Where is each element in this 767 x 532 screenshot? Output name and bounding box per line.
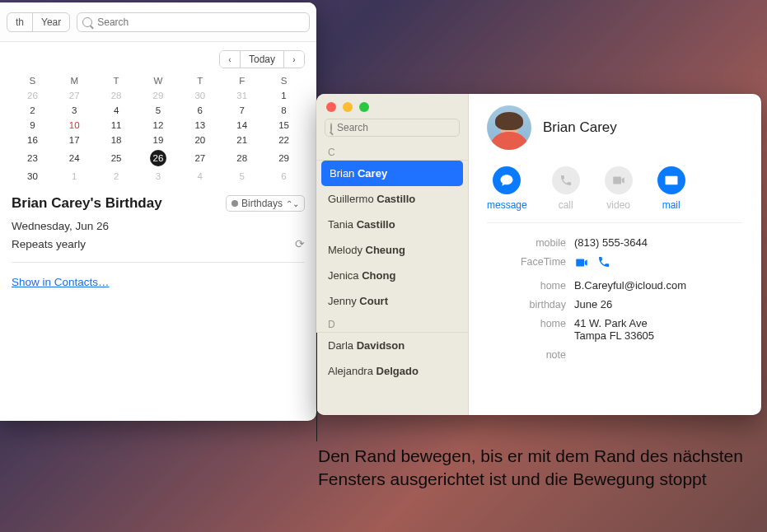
facetime-audio-icon[interactable]	[597, 255, 610, 273]
date-cell[interactable]: 18	[96, 133, 138, 147]
show-in-contacts-link[interactable]: Show in Contacts…	[12, 276, 110, 288]
date-cell[interactable]: 8	[263, 103, 305, 118]
date-cell[interactable]: 23	[12, 147, 54, 169]
date-cell[interactable]: 13	[179, 118, 221, 133]
dow-cell: S	[12, 73, 54, 88]
field-value	[574, 348, 743, 361]
date-cell[interactable]: 28	[96, 88, 138, 103]
date-cell[interactable]: 1	[54, 169, 96, 184]
date-cell[interactable]: 21	[221, 133, 263, 147]
field-value: B.Careyful@icloud.com	[574, 279, 743, 292]
mail-icon	[657, 166, 685, 194]
date-cell[interactable]: 5	[221, 169, 263, 184]
date-cell[interactable]: 2	[12, 103, 54, 118]
action-label: call	[559, 199, 573, 211]
contact-fields: mobile(813) 555-3644FaceTimehomeB.Careyf…	[487, 222, 743, 364]
date-cell[interactable]: 12	[138, 118, 180, 133]
calendar-picker[interactable]: Birthdays ⌃⌄	[226, 195, 305, 212]
field-row: homeB.Careyful@icloud.com	[487, 276, 743, 295]
date-cell[interactable]: 31	[221, 88, 263, 103]
date-cell[interactable]: 30	[179, 88, 221, 103]
contacts-search[interactable]	[325, 119, 460, 137]
date-cell[interactable]: 19	[138, 133, 180, 147]
date-cell[interactable]: 29	[263, 147, 305, 169]
date-cell[interactable]: 6	[263, 169, 305, 184]
dow-cell: W	[138, 73, 180, 88]
prev-month-button[interactable]: ‹	[220, 51, 240, 68]
view-segmented[interactable]: th Year	[7, 12, 70, 32]
date-cell[interactable]: 2	[96, 169, 138, 184]
date-cell[interactable]: 28	[221, 147, 263, 169]
contacts-search-input[interactable]	[337, 122, 461, 133]
window-controls	[316, 94, 468, 117]
contacts-list[interactable]: CBrian CareyGuillermo CastilloTania Cast…	[316, 142, 468, 415]
date-cell[interactable]: 20	[179, 133, 221, 147]
date-cell[interactable]: 3	[138, 169, 180, 184]
field-value	[574, 255, 743, 273]
date-cell[interactable]: 16	[12, 133, 54, 147]
video-icon	[605, 166, 633, 194]
section-header: C	[316, 145, 468, 161]
contact-list-item[interactable]: Guillermo Castillo	[316, 186, 468, 212]
calendar-search[interactable]	[77, 12, 310, 32]
close-button[interactable]	[326, 102, 336, 112]
dow-cell: F	[221, 73, 263, 88]
date-cell[interactable]: 15	[263, 118, 305, 133]
contact-list-item[interactable]: Alejandra Delgado	[316, 358, 468, 384]
date-cell[interactable]: 25	[96, 147, 138, 169]
contact-list-item[interactable]: Brian Carey	[321, 161, 463, 186]
next-month-button[interactable]: ›	[284, 51, 304, 68]
mini-calendar[interactable]: SMTWTFS262728293031123456789101112131415…	[12, 73, 305, 184]
section-header: D	[316, 317, 468, 333]
date-cell[interactable]: 9	[12, 118, 54, 133]
field-value: June 26	[574, 298, 743, 310]
mail-action[interactable]: mail	[657, 166, 685, 211]
calendar-search-input[interactable]	[97, 16, 304, 28]
field-label: birthday	[487, 298, 566, 310]
date-cell[interactable]: 14	[221, 118, 263, 133]
date-cell[interactable]: 24	[54, 147, 96, 169]
contact-list-item[interactable]: Melody Cheung	[316, 237, 468, 263]
facetime-video-icon[interactable]	[574, 255, 589, 273]
date-cell[interactable]: 30	[12, 169, 54, 184]
date-cell[interactable]: 26	[12, 88, 54, 103]
today-button[interactable]: Today	[240, 51, 284, 68]
field-row: birthdayJune 26	[487, 295, 743, 314]
message-icon	[493, 166, 521, 194]
dow-cell: T	[179, 73, 221, 88]
repeat-icon: ⟳	[295, 237, 305, 250]
date-cell[interactable]: 17	[54, 133, 96, 147]
action-label: mail	[662, 199, 680, 211]
view-tab-year[interactable]: Year	[32, 13, 69, 31]
view-tab-partial[interactable]: th	[7, 13, 32, 31]
event-detail: Brian Carey's Birthday Birthdays ⌃⌄ Wedn…	[12, 195, 305, 289]
contact-list-item[interactable]: Jenica Chong	[316, 263, 468, 288]
date-cell[interactable]: 7	[221, 103, 263, 118]
contact-list-item[interactable]: Jenny Court	[316, 288, 468, 314]
zoom-button[interactable]	[359, 102, 369, 112]
date-cell[interactable]: 22	[263, 133, 305, 147]
date-cell[interactable]: 27	[179, 147, 221, 169]
event-repeat: Repeats yearly	[12, 238, 86, 250]
date-cell[interactable]: 1	[263, 88, 305, 103]
date-cell[interactable]: 3	[54, 103, 96, 118]
contact-list-item[interactable]: Darla Davidson	[316, 333, 468, 358]
updown-icon: ⌃⌄	[286, 199, 299, 208]
minimize-button[interactable]	[343, 102, 353, 112]
date-cell[interactable]: 4	[96, 103, 138, 118]
message-action[interactable]: message	[487, 166, 527, 211]
date-cell[interactable]: 11	[96, 118, 138, 133]
calendar-chip-label: Birthdays	[241, 198, 283, 209]
calendar-nav-group: ‹ Today ›	[219, 50, 305, 68]
contact-detail-pane: Brian Carey messagecallvideomail mobile(…	[469, 94, 761, 415]
field-row: note	[487, 345, 743, 364]
date-cell[interactable]: 26	[138, 147, 180, 169]
callout-line	[316, 333, 317, 441]
date-cell[interactable]: 6	[179, 103, 221, 118]
date-cell[interactable]: 4	[179, 169, 221, 184]
contact-list-item[interactable]: Tania Castillo	[316, 212, 468, 237]
date-cell[interactable]: 27	[54, 88, 96, 103]
date-cell[interactable]: 10	[54, 118, 96, 133]
date-cell[interactable]: 29	[138, 88, 180, 103]
date-cell[interactable]: 5	[138, 103, 180, 118]
